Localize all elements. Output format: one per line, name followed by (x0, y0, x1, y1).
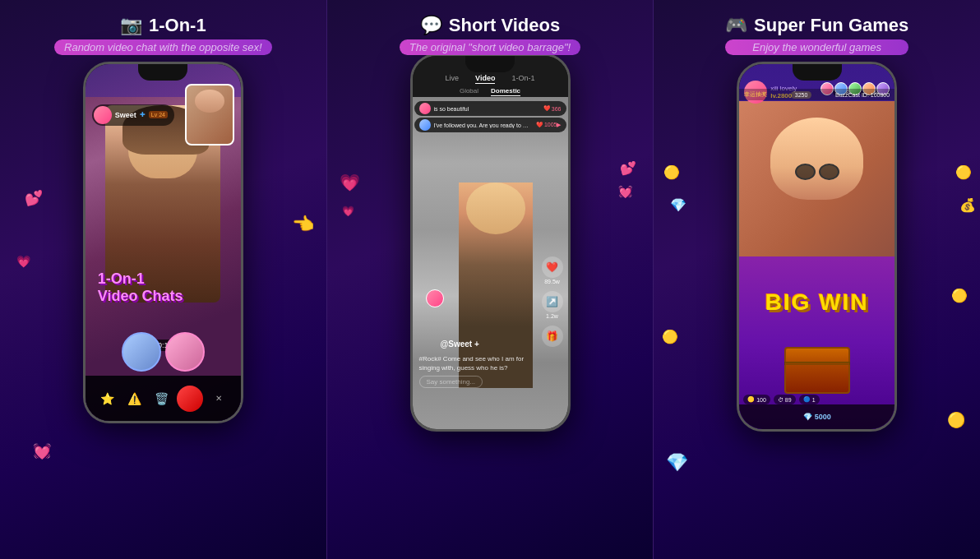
video-label: 1-On-1 Video Chats (98, 270, 183, 306)
game-score-id: BuzzCast ID: 100800 (835, 92, 890, 98)
phone2-screen: Live Video 1-On-1 Global Domestic (413, 56, 568, 429)
phone3-notch (793, 64, 842, 81)
game-stat-1: 🟡 100 (743, 395, 770, 404)
game-stat-2: ⏱ 89 (774, 395, 796, 404)
comment-text-2: I've followed you. Are you ready to make… (434, 122, 533, 128)
screen3-girl (739, 101, 894, 266)
heart-count-2: ❤️ 1005▶ (536, 122, 562, 128)
phone3-container: xili lovely lv.2800 💎 86 ❤️ 3436 (662, 62, 972, 559)
comment-avatar-2 (419, 119, 431, 131)
panel3-header: 🎮 Super Fun Games Enjoy the wonderful ga… (725, 15, 908, 55)
screen2-username: @Sweet + (441, 340, 479, 349)
cancel-btn[interactable]: ✕ (207, 387, 230, 410)
diamond-count: 💎 5000 (803, 413, 831, 421)
comment-bars: is so beautiful ❤️ 366 I've followed you… (413, 101, 568, 132)
panel1-subtitle: Random video chat with the opposite sex! (54, 39, 272, 55)
gift-btn[interactable]: 🎁 (542, 326, 563, 347)
game-bottom-bar: 💎 5000 (739, 404, 894, 429)
chest-bottom (784, 365, 850, 394)
game-score: 3250 (791, 91, 812, 99)
user-name: Sweet (115, 111, 136, 119)
phone1-notch (138, 64, 187, 81)
user-avatar-2 (426, 289, 444, 307)
phone1-screen: Sweet ✚ Lv 24 (86, 64, 241, 421)
panel2-subtitle: The original "short video barrage"! (400, 39, 580, 55)
glass-right (819, 164, 839, 180)
phone2: Live Video 1-On-1 Global Domestic (410, 53, 571, 432)
game-status: 幸运抽奖 (744, 90, 767, 99)
share-count: 1.2w (546, 313, 558, 319)
stat-icon-2: ⏱ (778, 397, 784, 403)
heart-count-1: ❤️ 366 (543, 105, 562, 112)
phone2-container: Live Video 1-On-1 Global Domestic (335, 62, 645, 559)
panel2-title-text: Short Videos (449, 15, 560, 36)
screen2-caption: #Rock# Come and see who I am for singing… (419, 355, 535, 372)
stat-icon-1: 🟡 (747, 396, 755, 403)
comment-text-1: is so beautiful (434, 106, 540, 112)
screen2-bottom-info: @Sweet + #Rock# Come and see who I am fo… (419, 335, 535, 388)
phone1-container: Sweet ✚ Lv 24 (8, 62, 318, 559)
heart-icon[interactable]: ❤️ (542, 256, 563, 278)
panel1-title: 📷 1-On-1 (54, 15, 272, 36)
stat-val-1: 100 (756, 397, 766, 403)
share-btn[interactable]: ↗️ 1.2w (542, 291, 563, 319)
chest-icon (784, 347, 850, 396)
like-btn[interactable]: ❤️ 89.5w (542, 256, 563, 284)
like-count: 89.5w (544, 279, 560, 284)
comment-avatar-1 (419, 103, 431, 114)
panel-games: 🟡 💎 🟡 💰 🟡 🟡 💎 🟡 🎮 Super Fun Games Enjoy … (654, 0, 980, 559)
close-btn[interactable] (177, 386, 203, 412)
panel2-title: 💬 Short Videos (400, 15, 580, 36)
verified-badge: ✚ (140, 111, 146, 118)
game-title: BIG WIN (739, 289, 894, 316)
small-video-preview (185, 84, 234, 146)
tab-video[interactable]: Video (475, 74, 495, 84)
tab-global[interactable]: Global (460, 87, 478, 96)
panel3-title-text: Super Fun Games (754, 15, 908, 36)
stat-val-3: 1 (812, 397, 816, 403)
glass-left (795, 164, 816, 180)
phone2-notch (465, 56, 515, 72)
game-top-bar: 幸运抽奖 3250 BuzzCast ID: 100800 (739, 89, 894, 100)
game-icon: 🎮 (725, 15, 747, 36)
panel2-header: 💬 Short Videos The original "short video… (400, 15, 580, 55)
panel1-header: 📷 1-On-1 Random video chat with the oppo… (54, 15, 272, 55)
comment-input[interactable]: Say something... (419, 376, 483, 388)
warning-btn[interactable]: ⚠️ (122, 387, 146, 410)
screen3-video (739, 101, 894, 266)
panel3-subtitle: Enjoy the wonderful games (725, 39, 908, 55)
panel1-title-text: 1-On-1 (149, 15, 206, 36)
video-label-line1: 1-On-1 (98, 270, 183, 289)
star-btn[interactable]: ⭐ (95, 387, 118, 410)
game-status-bar: 🟡 100 ⏱ 89 🔵 1 (743, 395, 890, 404)
stat-icon-3: 🔵 (803, 396, 811, 403)
screen2-side-icons: ❤️ 89.5w ↗️ 1.2w 🎁 (542, 256, 563, 347)
panel-video-chat: 💕 💗 👈 💓 📷 1-On-1 Random video chat with … (0, 0, 327, 559)
gift-icon[interactable]: 🎁 (542, 326, 563, 347)
panel3-title: 🎮 Super Fun Games (725, 15, 908, 36)
screen2-tabs: Live Video 1-On-1 (413, 74, 568, 84)
tab-domestic[interactable]: Domestic (491, 87, 520, 96)
portrait-boy (122, 332, 161, 372)
diamond-icon-main: 💎 (803, 413, 812, 421)
screen1-bottom-bar: ⭐ ⚠️ 🗑️ ✕ (86, 376, 241, 421)
level-badge: Lv 24 (149, 111, 168, 118)
share-icon[interactable]: ↗️ (542, 291, 563, 312)
username-row: @Sweet + (419, 335, 535, 353)
video-label-line2: Video Chats (98, 288, 183, 306)
screen1-top-bar: Sweet ✚ Lv 24 (86, 81, 241, 149)
comment-2: I've followed you. Are you ready to make… (414, 118, 566, 132)
tab-live[interactable]: Live (446, 74, 460, 84)
phone3: xili lovely lv.2800 💎 86 ❤️ 3436 (737, 62, 897, 432)
girl-glasses (763, 164, 871, 180)
girl2-head (466, 182, 525, 234)
screen2-sub-tabs: Global Domestic (413, 87, 568, 96)
tab-1on1[interactable]: 1-On-1 (511, 74, 534, 84)
diamond-value: 5000 (815, 413, 831, 421)
video-icon: 💬 (420, 15, 442, 36)
camera-icon: 📷 (120, 15, 142, 36)
user-tag: Sweet ✚ Lv 24 (92, 104, 174, 126)
comment-1: is so beautiful ❤️ 366 (414, 101, 566, 116)
trash-btn[interactable]: 🗑️ (150, 387, 173, 410)
game-area: BIG WIN 🟡 100 ⏱ (739, 256, 894, 429)
